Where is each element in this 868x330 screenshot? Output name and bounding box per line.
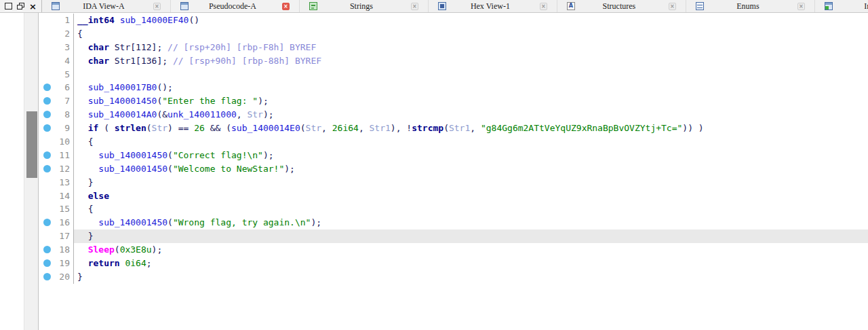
- code-line-12[interactable]: 12 sub_140001450("Welcome to NewStar!");: [39, 162, 868, 176]
- code-text: sub_140001450("Welcome to NewStar!");: [74, 162, 868, 176]
- code-line-2[interactable]: 2{: [39, 27, 868, 41]
- maximize-icon[interactable]: [5, 3, 12, 10]
- breakpoint-gutter[interactable]: [39, 14, 55, 27]
- token-plain: (): [189, 15, 199, 25]
- token-plain: [77, 217, 98, 227]
- breakpoint-gutter[interactable]: [39, 27, 55, 41]
- tab-close-icon[interactable]: ×: [282, 3, 290, 10]
- token-func: sub_140001450: [98, 150, 167, 160]
- tab-ida-view-a[interactable]: IDA View-A×: [42, 0, 171, 12]
- breakpoint-icon[interactable]: [43, 151, 51, 159]
- close-window-icon[interactable]: ×: [29, 2, 37, 11]
- token-plain: ) ==: [167, 123, 194, 133]
- tab-label: Hex View-1: [446, 0, 534, 12]
- token-plain: && (: [205, 123, 231, 133]
- token-var: Str: [306, 123, 321, 133]
- breakpoint-gutter[interactable]: [39, 94, 55, 108]
- token-plain: (: [98, 123, 114, 133]
- code-text: Sleep(0x3E8u);: [74, 243, 868, 257]
- breakpoint-icon[interactable]: [43, 97, 51, 105]
- tab-close-icon[interactable]: ×: [797, 3, 805, 10]
- line-number: 7: [55, 94, 74, 108]
- code-text: __int64 sub_14000EF40(): [74, 14, 868, 27]
- vertical-scrollbar[interactable]: [24, 13, 39, 330]
- code-line-15[interactable]: 15 {: [39, 202, 868, 216]
- tab-structures[interactable]: AStructures×: [557, 0, 686, 12]
- tab-imports[interactable]: Imports×: [815, 0, 868, 12]
- tab-close-icon[interactable]: ×: [153, 3, 161, 10]
- breakpoint-gutter[interactable]: [39, 257, 55, 270]
- breakpoint-icon[interactable]: [43, 246, 51, 253]
- breakpoint-icon[interactable]: [43, 259, 51, 267]
- breakpoint-gutter[interactable]: [39, 135, 55, 149]
- token-num: 0x3E8u: [120, 244, 152, 255]
- breakpoint-icon[interactable]: [43, 273, 51, 280]
- line-number: 2: [55, 27, 74, 41]
- breakpoint-icon[interactable]: [43, 84, 51, 91]
- tab-strings[interactable]: Strings×: [300, 0, 429, 12]
- breakpoint-icon[interactable]: [43, 124, 51, 132]
- token-plain: ;: [146, 258, 152, 268]
- tab-enums[interactable]: Enums×: [686, 0, 815, 12]
- tab-label: Enums: [704, 0, 792, 12]
- tab-close-icon[interactable]: ×: [411, 3, 418, 10]
- code-line-13[interactable]: 13 }: [39, 176, 868, 189]
- token-var: Str1: [449, 123, 470, 133]
- code-text: else: [74, 189, 868, 203]
- code-text: if ( strlen(Str) == 26 && (sub_1400014E0…: [74, 122, 868, 135]
- breakpoint-gutter[interactable]: [39, 202, 55, 216]
- breakpoint-icon[interactable]: [43, 111, 51, 118]
- token-plain: [77, 109, 88, 120]
- token-plain: (: [167, 150, 173, 160]
- breakpoint-icon[interactable]: [43, 165, 51, 172]
- code-line-6[interactable]: 6 sub_1400017B0();: [39, 81, 868, 94]
- breakpoint-gutter[interactable]: [39, 270, 55, 284]
- breakpoint-gutter[interactable]: [39, 122, 55, 135]
- code-line-19[interactable]: 19 return 0i64;: [39, 257, 868, 270]
- tab-label: Pseudocode-A: [189, 0, 277, 12]
- code-text: }: [74, 176, 868, 189]
- code-line-9[interactable]: 9 if ( strlen(Str) == 26 && (sub_1400014…: [39, 122, 868, 135]
- token-str: "g84Gg6m2ATtVeYqUZ9xRnaBpBvOVZYtj+Tc=": [481, 123, 682, 133]
- code-line-17[interactable]: 17 }: [39, 230, 868, 243]
- code-line-16[interactable]: 16 sub_140001450("Wrong flag, try again.…: [39, 216, 868, 230]
- breakpoint-gutter[interactable]: [39, 216, 55, 230]
- code-line-1[interactable]: 1__int64 sub_14000EF40(): [39, 14, 868, 27]
- tab-pseudocode-a[interactable]: Pseudocode-A×: [171, 0, 300, 12]
- tab-close-icon[interactable]: ×: [669, 3, 676, 10]
- breakpoint-gutter[interactable]: [39, 54, 55, 68]
- breakpoint-gutter[interactable]: [39, 162, 55, 176]
- breakpoint-gutter[interactable]: [39, 176, 55, 189]
- code-text: {: [74, 135, 868, 149]
- breakpoint-icon[interactable]: [43, 219, 51, 226]
- breakpoint-gutter[interactable]: [39, 108, 55, 122]
- tab-close-icon[interactable]: ×: [540, 3, 547, 10]
- breakpoint-gutter[interactable]: [39, 41, 55, 54]
- token-num: 26: [194, 123, 205, 133]
- code-line-18[interactable]: 18 Sleep(0x3E8u);: [39, 243, 868, 257]
- restore-icon[interactable]: [17, 3, 24, 10]
- token-var: Str: [152, 123, 167, 133]
- line-number: 15: [55, 202, 74, 216]
- breakpoint-gutter[interactable]: [39, 243, 55, 257]
- code-line-14[interactable]: 14 else: [39, 189, 868, 203]
- left-margin: [0, 13, 24, 330]
- code-line-8[interactable]: 8 sub_1400014A0(&unk_140011000, Str);: [39, 108, 868, 122]
- code-line-4[interactable]: 4 char Str1[136]; // [rsp+90h] [rbp-88h]…: [39, 54, 868, 68]
- breakpoint-gutter[interactable]: [39, 230, 55, 243]
- line-number: 12: [55, 162, 74, 176]
- code-line-3[interactable]: 3 char Str[112]; // [rsp+20h] [rbp-F8h] …: [39, 41, 868, 54]
- code-line-11[interactable]: 11 sub_140001450("Correct flag!\n");: [39, 149, 868, 162]
- code-line-10[interactable]: 10 {: [39, 135, 868, 149]
- breakpoint-gutter[interactable]: [39, 189, 55, 203]
- tab-hex-view-1[interactable]: Hex View-1×: [429, 0, 557, 12]
- code-line-20[interactable]: 20}: [39, 270, 868, 284]
- code-line-7[interactable]: 7 sub_140001450("Enter the flag: ");: [39, 94, 868, 108]
- breakpoint-gutter[interactable]: [39, 68, 55, 81]
- scrollbar-thumb[interactable]: [26, 111, 37, 178]
- token-plain: }: [77, 272, 83, 282]
- code-line-5[interactable]: 5: [39, 68, 868, 81]
- breakpoint-gutter[interactable]: [39, 81, 55, 94]
- breakpoint-gutter[interactable]: [39, 149, 55, 162]
- token-plain: );: [311, 217, 321, 227]
